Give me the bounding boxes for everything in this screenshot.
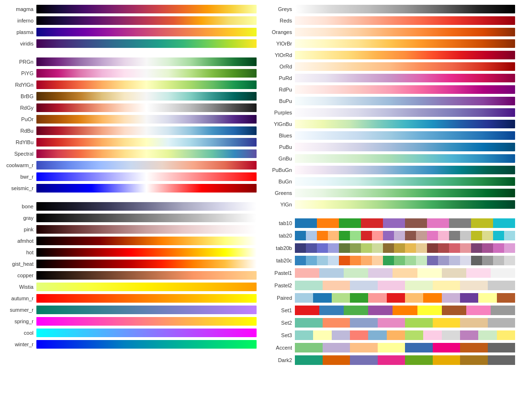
colormap-bar [36, 92, 257, 101]
color-swatch [471, 218, 493, 228]
color-swatch [478, 330, 496, 340]
color-swatch [350, 330, 368, 340]
color-swatch [497, 330, 515, 340]
color-swatch [427, 256, 438, 265]
color-swatch [378, 281, 405, 290]
color-swatch [306, 231, 317, 240]
qualitative-row: tab20 [260, 230, 515, 241]
colormap-bar [36, 5, 257, 13]
color-swatch [361, 243, 372, 253]
color-swatch [449, 231, 460, 240]
color-swatch [350, 343, 378, 352]
color-swatch [471, 231, 482, 240]
colormap-bar [36, 214, 257, 222]
color-swatch [317, 218, 339, 228]
color-swatch [438, 256, 449, 265]
colormap-row: seismic_r [2, 183, 257, 193]
color-swatch [372, 243, 383, 253]
color-swatch [295, 218, 317, 228]
color-swatch [491, 306, 515, 315]
qualitative-bar [295, 218, 515, 228]
color-swatch [317, 243, 328, 253]
color-swatch [387, 293, 405, 303]
colormap-row: RdYlGn [2, 79, 257, 90]
color-swatch [449, 256, 460, 265]
colormap-bar [36, 184, 257, 193]
color-swatch [497, 293, 515, 303]
left-panel: magmainfernoplasmaviridisPRGnPiYGRdYlGnB… [0, 0, 258, 420]
color-swatch [323, 355, 350, 365]
colormap-row: pink [2, 224, 257, 235]
colormap-bar [36, 237, 257, 245]
color-swatch [427, 243, 438, 253]
colormap-bar [36, 138, 257, 147]
colormap-bar [295, 5, 515, 13]
color-swatch [295, 231, 306, 240]
color-swatch [306, 256, 317, 265]
colormap-label: bone [2, 204, 36, 209]
colormap-label: PuOr [2, 116, 36, 122]
color-swatch [460, 343, 488, 352]
color-swatch [405, 343, 433, 352]
colormap-label: BrBG [2, 93, 36, 99]
color-swatch [328, 231, 339, 240]
color-swatch [319, 268, 344, 278]
color-swatch [393, 306, 417, 315]
qualitative-label: Pastel1 [260, 270, 295, 276]
color-swatch [478, 293, 496, 303]
color-swatch [295, 243, 306, 253]
colormap-row: Greens [260, 188, 515, 198]
colormap-label: Purples [260, 110, 295, 115]
qualitative-row: tab20b [260, 242, 515, 254]
color-swatch [482, 256, 493, 265]
qualitative-bar [295, 330, 515, 340]
colormap-row: BrBG [2, 91, 257, 102]
color-swatch [383, 256, 394, 265]
color-swatch [372, 256, 383, 265]
colormap-row: PuBu [260, 142, 515, 152]
colormap-row: winter_r [2, 339, 257, 350]
qualitative-bar [295, 355, 515, 365]
color-swatch [427, 218, 449, 228]
colormap-label: bwr_r [2, 174, 36, 180]
colormap-bar [36, 294, 257, 303]
colormap-row: summer_r [2, 305, 257, 315]
colormap-label: magma [2, 6, 36, 12]
color-swatch [504, 243, 515, 253]
colormap-label: RdGy [2, 105, 36, 111]
color-swatch [361, 256, 372, 265]
colormap-label: hot [2, 250, 36, 255]
qualitative-label: Pastel2 [260, 283, 295, 288]
color-swatch [332, 293, 350, 303]
colormap-bar [36, 80, 257, 89]
color-swatch [488, 318, 516, 328]
qualitative-label: tab20b [260, 245, 295, 251]
colormap-label: YlGnBu [260, 121, 295, 127]
color-swatch [394, 243, 405, 253]
colormap-label: GnBu [260, 156, 295, 161]
colormap-label: pink [2, 227, 36, 232]
color-swatch [306, 243, 317, 253]
colormap-bar [36, 172, 257, 181]
colormap-bar [295, 85, 515, 94]
colormap-row: GnBu [260, 153, 515, 164]
qualitative-row: Pastel2 [260, 280, 515, 291]
colormap-bar [36, 103, 257, 112]
color-swatch [423, 293, 441, 303]
color-swatch [405, 231, 416, 240]
color-swatch [405, 243, 416, 253]
colormap-label: inferno [2, 18, 36, 23]
qualitative-row: Paired [260, 292, 515, 304]
colormap-bar [295, 154, 515, 163]
colormap-row: RdPu [260, 84, 515, 95]
colormap-label: YlOrBr [260, 41, 295, 46]
colormap-label: gist_heat [2, 261, 36, 267]
color-swatch [491, 268, 515, 278]
color-swatch [323, 281, 350, 290]
colormap-row: YlGnBu [260, 119, 515, 129]
color-swatch [482, 243, 493, 253]
color-swatch [417, 306, 442, 315]
color-swatch [488, 281, 516, 290]
colormap-label: afmhot [2, 238, 36, 244]
color-swatch [295, 256, 306, 265]
